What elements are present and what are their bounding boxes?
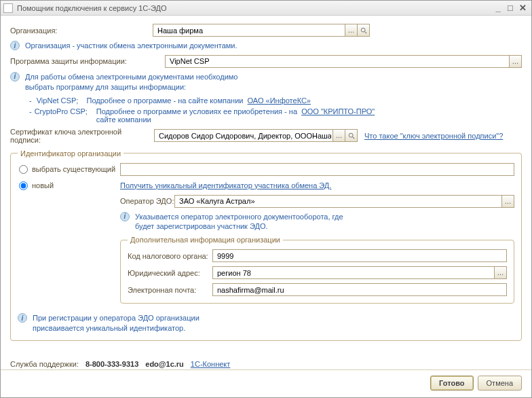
support-email: edo@1c.ru [145, 360, 184, 368]
ident-new-label: новый [32, 181, 120, 189]
operator-hint-line1: Указывается оператор электронного докуме… [135, 213, 343, 221]
org-select-button[interactable]: … [345, 24, 357, 36]
operator-hint-line2: будет зарегистрирован участник ЭДО. [135, 222, 268, 230]
info-icon: i [10, 72, 20, 82]
ident-new-panel: Получить уникальный идентификатор участн… [120, 181, 514, 308]
search-icon [360, 27, 367, 34]
cryptopro-more: Подробнее о программе и условиях ее прио… [96, 107, 375, 124]
reg-hint-line1: При регистрации у оператора ЭДО организа… [33, 314, 200, 322]
svg-point-0 [361, 28, 365, 32]
ident-new-radio[interactable] [19, 181, 28, 190]
cryptopro-more-text: Подробнее о программе и условиях ее прио… [96, 107, 297, 115]
cryptopro-name: CryptoPro CSP; [35, 107, 92, 115]
addr-field[interactable]: … [212, 266, 507, 279]
vipnet-more: Подробнее о программе - на сайте компани… [87, 96, 244, 105]
org-label: Организация: [10, 26, 153, 35]
crypto-hint-line2: выбрать программу для защиты информации: [25, 83, 186, 91]
reg-hint-line2: присваивается уникальный идентификатор. [33, 324, 185, 332]
addr-label: Юридический адрес: [128, 269, 212, 277]
email-field[interactable] [212, 283, 507, 296]
cancel-button[interactable]: Отмена [478, 376, 522, 391]
tax-field[interactable] [212, 249, 507, 262]
cert-search-button[interactable] [345, 130, 357, 141]
ident-legend: Идентификатор организации [18, 149, 124, 158]
svg-line-1 [364, 31, 366, 33]
close-button[interactable]: ✕ [516, 3, 529, 14]
dash-icon: - [29, 96, 32, 105]
search-icon [348, 132, 355, 139]
assistant-window: Помощник подключения к сервису 1С-ЭДО _ … [0, 0, 532, 398]
cryptopro-link[interactable]: ООО "КРИПТО-ПРО" [301, 107, 375, 115]
vipnet-link[interactable]: ОАО «ИнфотеКС» [248, 96, 311, 105]
email-label: Электронная почта: [128, 286, 212, 294]
cert-field[interactable]: … [154, 129, 358, 142]
email-input[interactable] [216, 285, 504, 295]
cert-select-button[interactable]: … [332, 130, 345, 141]
svg-line-3 [352, 137, 354, 139]
reg-hint: При регистрации у оператора ЭДО организа… [33, 313, 200, 333]
extra-legend: Дополнительная информация организации [128, 236, 283, 244]
info-icon: i [18, 313, 27, 323]
get-identifier-link[interactable]: Получить уникальный идентификатор участн… [120, 181, 331, 189]
crypto-label: Программа защиты информации: [10, 57, 165, 65]
maximize-button[interactable]: □ [504, 3, 516, 14]
document-icon [3, 3, 13, 13]
crypto-input[interactable] [168, 56, 509, 66]
org-input[interactable] [156, 26, 345, 35]
operator-hint: Указывается оператор электронного докуме… [135, 212, 343, 232]
info-icon: i [10, 41, 20, 50]
cert-label: Сертификат ключа электронной подписи: [10, 128, 154, 144]
org-field[interactable]: … [153, 24, 370, 37]
tax-input[interactable] [216, 251, 504, 261]
dash-icon: - [29, 107, 32, 115]
crypto-hint: Для работы обмена электронными документа… [25, 72, 238, 92]
operator-select-button[interactable]: … [501, 196, 514, 207]
cert-what-link[interactable]: Что такое "ключ электронной подписи"? [364, 132, 503, 140]
cert-input[interactable] [157, 131, 332, 141]
window-title: Помощник подключения к сервису 1С-ЭДО [17, 4, 492, 12]
operator-field[interactable]: … [174, 195, 514, 208]
vipnet-name: VipNet CSP; [37, 96, 79, 105]
ready-button[interactable]: Готово [430, 376, 473, 391]
minimize-button[interactable]: _ [492, 3, 504, 14]
tax-label: Код налогового органа: [128, 252, 212, 260]
support-line: Служба поддержки: 8-800-333-9313 edo@1c.… [1, 357, 531, 369]
crypto-hint-line1: Для работы обмена электронными документа… [25, 73, 238, 81]
crypto-field[interactable]: … [165, 55, 522, 68]
ident-existing-input[interactable] [124, 164, 511, 174]
operator-label: Оператор ЭДО: [120, 197, 174, 205]
ident-group: Идентификатор организации выбрать сущест… [10, 149, 522, 341]
content-area: Организация: … i Организация - участник … [1, 16, 531, 357]
crypto-select-button[interactable]: … [509, 56, 521, 67]
ident-existing-field[interactable] [120, 163, 514, 176]
org-search-button[interactable] [357, 24, 369, 36]
org-hint: Организация - участник обмена электронны… [25, 41, 238, 51]
support-label: Служба поддержки: [10, 360, 79, 368]
info-icon: i [120, 212, 130, 221]
support-connect-link[interactable]: 1С-Коннект [191, 360, 231, 368]
extra-info-group: Дополнительная информация организации Ко… [120, 236, 514, 304]
cryptopro-more-text2: сайте компании [96, 115, 151, 124]
ident-existing-label: выбрать существующий [32, 165, 120, 173]
titlebar: Помощник подключения к сервису 1С-ЭДО _ … [1, 1, 531, 16]
ident-existing-radio[interactable] [19, 165, 28, 174]
support-phone: 8-800-333-9313 [86, 360, 138, 368]
operator-input[interactable] [178, 196, 501, 206]
addr-input[interactable] [216, 268, 494, 278]
svg-point-2 [349, 133, 353, 137]
addr-select-button[interactable]: … [494, 267, 506, 278]
footer: Готово Отмена [1, 369, 531, 397]
